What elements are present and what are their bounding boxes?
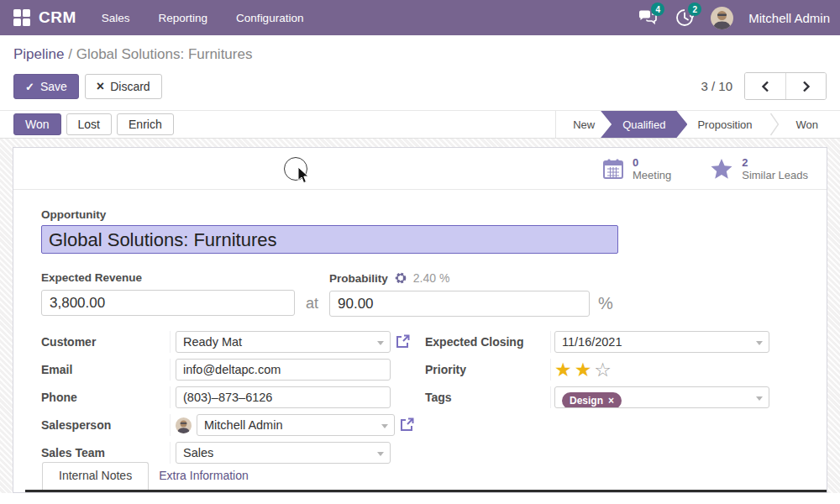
- form-background: 0 Meeting 2 Similar Leads Opportunity: [0, 139, 840, 493]
- breadcrumb-separator: /: [65, 46, 76, 62]
- probability-input[interactable]: 90.00: [329, 291, 590, 317]
- sales-team-label: Sales Team: [41, 442, 170, 464]
- caret-down-icon: [756, 396, 763, 401]
- meeting-count: 0: [633, 156, 671, 169]
- menu-configuration[interactable]: Configuration: [236, 12, 303, 24]
- caret-down-icon: [377, 452, 384, 456]
- email-input[interactable]: info@deltapc.com: [176, 359, 391, 381]
- stage-won[interactable]: Won: [780, 111, 840, 138]
- activities-badge: 2: [688, 3, 701, 16]
- save-button[interactable]: Save: [13, 74, 79, 99]
- tags-label: Tags: [425, 386, 550, 408]
- similar-leads-stat-button[interactable]: 2 Similar Leads: [701, 153, 816, 185]
- enrich-button[interactable]: Enrich: [117, 113, 174, 135]
- salesperson-label: Salesperson: [41, 414, 170, 436]
- probability-label: Probability: [329, 272, 388, 285]
- expected-revenue-input[interactable]: 3,800.00: [41, 290, 295, 316]
- discard-button[interactable]: Discard: [85, 74, 162, 99]
- activities-icon[interactable]: 2: [674, 7, 696, 29]
- stage-qualified[interactable]: Qualified: [601, 111, 687, 138]
- breadcrumb: Pipeline / Global Solutions: Furnitures: [0, 35, 840, 71]
- star-icon: [710, 158, 733, 180]
- salesperson-select[interactable]: Mitchell Admin: [197, 414, 395, 436]
- stage-separator-icon: [769, 111, 780, 138]
- breadcrumb-current: Global Solutions: Furnitures: [76, 46, 253, 62]
- stage-proposition[interactable]: Proposition: [684, 111, 769, 138]
- salesperson-avatar: [176, 417, 192, 433]
- mouse-cursor: [297, 167, 310, 184]
- phone-input[interactable]: (803)–873–6126: [176, 386, 391, 408]
- probability-auto-value: 2.40 %: [413, 271, 450, 285]
- similar-leads-label: Similar Leads: [742, 169, 808, 181]
- meeting-stat-button[interactable]: 0 Meeting: [594, 153, 680, 185]
- pager-count: 3 / 10: [701, 79, 732, 93]
- tag-design[interactable]: Design×: [562, 392, 622, 408]
- caret-down-icon: [377, 341, 384, 345]
- caret-down-icon: [756, 341, 763, 345]
- app-title[interactable]: CRM: [39, 8, 76, 27]
- user-name[interactable]: Mitchell Admin: [748, 11, 830, 25]
- x-icon: [97, 80, 104, 93]
- won-button[interactable]: Won: [13, 113, 61, 135]
- chevron-left-icon: [761, 81, 769, 92]
- menu-reporting[interactable]: Reporting: [159, 12, 208, 24]
- expected-closing-label: Expected Closing: [425, 331, 550, 353]
- customer-select[interactable]: Ready Mat: [176, 331, 391, 353]
- priority-stars[interactable]: ★ ★ ☆: [554, 359, 612, 381]
- messages-icon[interactable]: 4: [637, 7, 659, 29]
- top-navbar: CRM Sales Reporting Configuration 4 2: [0, 0, 840, 35]
- expected-revenue-label: Expected Revenue: [41, 271, 142, 284]
- apps-menu-icon[interactable]: [13, 9, 30, 26]
- tab-extra-information[interactable]: Extra Information: [149, 463, 259, 490]
- similar-leads-count: 2: [742, 156, 808, 169]
- at-separator: at: [306, 295, 318, 312]
- email-label: Email: [41, 359, 170, 381]
- opportunity-label: Opportunity: [41, 208, 799, 221]
- chevron-right-icon: [802, 81, 811, 92]
- star-empty-icon[interactable]: ☆: [594, 359, 612, 381]
- priority-label: Priority: [425, 359, 550, 381]
- opportunity-title-input[interactable]: Global Solutions: Furnitures: [41, 225, 618, 254]
- form-sheet: 0 Meeting 2 Similar Leads Opportunity: [13, 147, 827, 493]
- gear-icon[interactable]: [395, 272, 407, 284]
- tag-remove-icon[interactable]: ×: [608, 394, 614, 407]
- notebook-divider: [25, 490, 827, 492]
- user-avatar[interactable]: [711, 7, 733, 29]
- salesperson-external-link-icon[interactable]: [400, 417, 414, 432]
- star-filled-icon[interactable]: ★: [575, 359, 592, 381]
- lost-button[interactable]: Lost: [66, 113, 112, 135]
- expected-closing-input[interactable]: 11/16/2021: [554, 331, 769, 353]
- stage-new[interactable]: New: [556, 111, 612, 138]
- calendar-icon: [602, 158, 624, 180]
- phone-label: Phone: [41, 386, 170, 408]
- menu-sales[interactable]: Sales: [102, 12, 130, 24]
- star-filled-icon[interactable]: ★: [554, 359, 572, 381]
- sales-team-select[interactable]: Sales: [176, 442, 391, 464]
- breadcrumb-pipeline-link[interactable]: Pipeline: [13, 46, 65, 62]
- probability-unit: %: [598, 294, 613, 313]
- customer-external-link-icon[interactable]: [396, 334, 410, 349]
- check-icon: [25, 80, 34, 93]
- pager-next-button[interactable]: [785, 73, 826, 99]
- messages-badge: 4: [651, 3, 664, 16]
- tags-select[interactable]: Design×: [554, 386, 769, 408]
- tab-internal-notes[interactable]: Internal Notes: [42, 462, 149, 490]
- meeting-label: Meeting: [633, 169, 671, 181]
- customer-label: Customer: [41, 331, 170, 353]
- pager-previous-button[interactable]: [745, 73, 785, 99]
- caret-down-icon: [381, 424, 388, 428]
- stage-bar: New Qualified Proposition Won: [555, 111, 840, 138]
